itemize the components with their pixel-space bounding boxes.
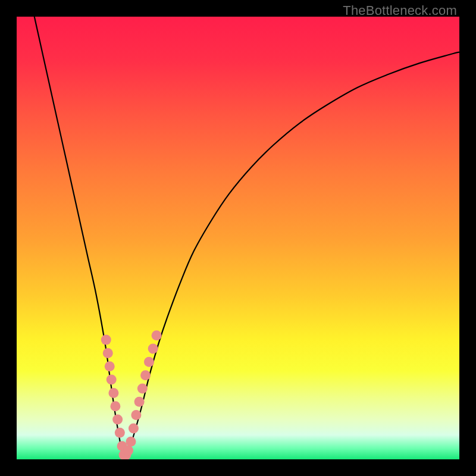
plot-area: [17, 17, 459, 459]
marker-dot: [123, 446, 133, 456]
curve-layer: [17, 17, 459, 459]
marker-dot: [137, 383, 148, 393]
marker-dot: [103, 348, 113, 358]
chart-frame: [17, 17, 459, 459]
marker-cluster: [101, 330, 162, 459]
marker-dot: [126, 437, 136, 447]
marker-dot: [108, 388, 118, 398]
marker-dot: [107, 375, 117, 385]
marker-dot: [131, 410, 141, 420]
marker-dot: [101, 335, 111, 345]
marker-dot: [134, 397, 145, 407]
marker-dot: [148, 344, 158, 354]
marker-dot: [110, 401, 120, 411]
bottleneck-curve: [35, 17, 459, 458]
marker-dot: [152, 330, 162, 340]
watermark-text: TheBottleneck.com: [343, 3, 457, 18]
marker-dot: [105, 361, 115, 371]
marker-dot: [144, 357, 154, 367]
marker-dot: [140, 370, 151, 380]
marker-dot: [115, 428, 125, 438]
marker-dot: [112, 415, 123, 425]
marker-dot: [129, 423, 139, 433]
